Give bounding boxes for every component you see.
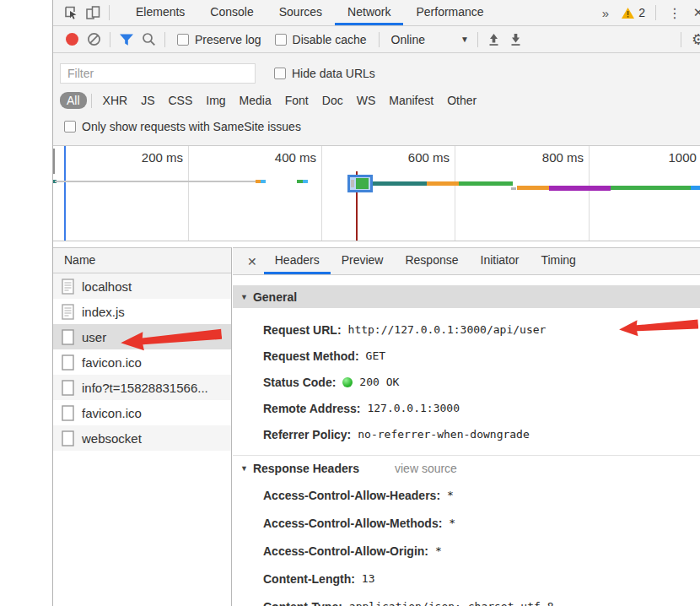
warning-triangle-icon xyxy=(621,7,635,19)
document-icon xyxy=(62,430,74,446)
filter-input[interactable] xyxy=(60,63,256,84)
tab-response[interactable]: Response xyxy=(394,248,469,274)
hide-data-urls-control[interactable]: Hide data URLs xyxy=(274,67,375,80)
inspect-element-icon[interactable] xyxy=(60,2,82,24)
filter-funnel-icon[interactable] xyxy=(116,29,137,51)
preserve-log-control[interactable]: Preserve log xyxy=(177,33,261,46)
tab-elements[interactable]: Elements xyxy=(123,0,197,25)
response-headers-title: Response Headers xyxy=(253,462,359,475)
field-value: * xyxy=(447,489,454,501)
document-icon xyxy=(62,380,74,396)
samesite-checkbox[interactable] xyxy=(64,121,76,133)
general-section-title: General xyxy=(253,290,297,304)
toolbar-divider xyxy=(655,5,656,20)
filter-pill-manifest[interactable]: Manifest xyxy=(384,92,439,109)
more-tabs-chevron-icon[interactable]: » xyxy=(595,6,616,20)
request-row-info[interactable]: info?t=15828831566... xyxy=(53,375,231,400)
tab-network[interactable]: Network xyxy=(335,0,403,25)
document-icon xyxy=(62,354,74,371)
annotation-arrow-request-url xyxy=(618,316,698,339)
hide-data-urls-checkbox[interactable] xyxy=(274,68,286,79)
field-value: http://127.0.0.1:3000/api/user xyxy=(348,323,547,336)
view-source-link[interactable]: view source xyxy=(395,462,457,475)
filter-pill-xhr[interactable]: XHR xyxy=(98,92,133,109)
import-har-icon[interactable] xyxy=(483,29,505,51)
field-referrer-policy: Referrer Policy: no-referrer-when-downgr… xyxy=(233,421,700,447)
tab-timing[interactable]: Timing xyxy=(530,248,587,274)
network-overview-timeline[interactable]: 200 ms 400 ms 600 ms 800 ms 1000 ms xyxy=(53,145,700,241)
filter-pill-all[interactable]: All xyxy=(60,92,87,109)
tab-headers[interactable]: Headers xyxy=(264,248,331,274)
request-row-favicon[interactable]: favicon.ico xyxy=(53,349,231,375)
filter-pill-font[interactable]: Font xyxy=(280,92,314,109)
selected-request-marker[interactable] xyxy=(347,175,373,192)
record-dot xyxy=(66,33,78,46)
tab-console[interactable]: Console xyxy=(197,0,266,25)
record-network-log-icon[interactable] xyxy=(61,29,83,51)
field-label: Access-Control-Allow-Methods: xyxy=(263,517,442,530)
waterfall-bar-segment xyxy=(549,186,611,191)
toolbar-divider xyxy=(109,5,110,20)
filter-pill-other[interactable]: Other xyxy=(442,92,482,109)
warning-count: 2 xyxy=(638,6,645,19)
export-har-icon[interactable] xyxy=(505,29,527,51)
close-devtools-icon[interactable]: ✕ xyxy=(688,5,700,20)
timeline-tick-label: 1000 ms xyxy=(590,150,700,165)
tab-performance[interactable]: Performance xyxy=(403,0,496,25)
kebab-menu-icon[interactable]: ⋮ xyxy=(661,5,688,21)
preserve-log-checkbox[interactable] xyxy=(177,34,189,46)
disable-cache-checkbox[interactable] xyxy=(275,34,287,46)
field-acao: Access-Control-Allow-Origin: * xyxy=(233,537,700,565)
network-toolbar-right: ⚙ xyxy=(676,30,700,49)
clear-network-log-icon[interactable] xyxy=(83,29,105,51)
samesite-control[interactable]: Only show requests with SameSite issues xyxy=(60,120,700,133)
tab-sources[interactable]: Sources xyxy=(267,0,335,25)
filter-pill-img[interactable]: Img xyxy=(201,92,230,109)
timeline-gridline xyxy=(589,146,590,241)
document-icon xyxy=(62,304,74,320)
warnings-badge[interactable]: 2 xyxy=(616,6,650,19)
name-column-header[interactable]: Name xyxy=(53,248,231,273)
throttling-select[interactable]: Online ▼ xyxy=(391,33,469,46)
filter-pill-js[interactable]: JS xyxy=(136,92,159,109)
search-icon[interactable] xyxy=(137,29,159,51)
request-row-websocket[interactable]: websocket xyxy=(53,425,231,451)
filter-pill-media[interactable]: Media xyxy=(234,92,277,109)
toolbar-divider xyxy=(379,32,380,47)
field-value: application/json; charset=utf-8 xyxy=(349,600,554,606)
filter-pill-ws[interactable]: WS xyxy=(352,92,381,109)
devtools-window: Elements Console Sources Network Perform… xyxy=(52,0,700,606)
request-name: favicon.ico xyxy=(82,406,142,420)
tab-preview[interactable]: Preview xyxy=(331,248,395,274)
disable-cache-control[interactable]: Disable cache xyxy=(275,33,367,46)
field-label: Referrer Policy: xyxy=(263,428,351,441)
timeline-tick-label: 200 ms xyxy=(57,150,183,165)
response-headers-header[interactable]: ▼ Response Headers view source xyxy=(233,456,700,481)
waterfall-bar-segment xyxy=(691,186,700,190)
domcontentloaded-marker xyxy=(64,146,66,241)
document-icon xyxy=(62,329,74,345)
network-bottom-area: Name localhost index.js xyxy=(53,247,700,606)
field-request-method: Request Method: GET xyxy=(233,343,700,369)
collapse-triangle-icon: ▼ xyxy=(240,464,248,473)
chevron-down-icon: ▼ xyxy=(460,35,469,44)
selected-request-wait-segment xyxy=(351,180,354,187)
field-acam: Access-Control-Allow-Methods: * xyxy=(233,509,700,537)
general-section-header[interactable]: ▼ General xyxy=(233,285,700,308)
close-details-icon[interactable]: ✕ xyxy=(240,255,264,268)
request-details-panel: ✕ Headers Preview Response Initiator Tim… xyxy=(233,247,700,606)
collapse-triangle-icon: ▼ xyxy=(240,293,248,301)
device-toolbar-icon[interactable] xyxy=(82,2,104,24)
request-row-localhost[interactable]: localhost xyxy=(53,273,231,299)
document-icon xyxy=(62,279,74,295)
request-row-indexjs[interactable]: index.js xyxy=(53,299,231,324)
request-row-favicon2[interactable]: favicon.ico xyxy=(53,400,231,425)
network-settings-gear-icon[interactable]: ⚙ xyxy=(688,30,700,49)
filter-pill-doc[interactable]: Doc xyxy=(317,92,348,109)
toolbar-divider xyxy=(681,32,681,47)
field-acah: Access-Control-Allow-Headers: * xyxy=(233,481,700,509)
filter-pill-css[interactable]: CSS xyxy=(163,92,197,109)
toolbar-divider xyxy=(477,32,478,47)
tab-initiator[interactable]: Initiator xyxy=(470,248,530,274)
timeline-gridline xyxy=(321,146,322,241)
